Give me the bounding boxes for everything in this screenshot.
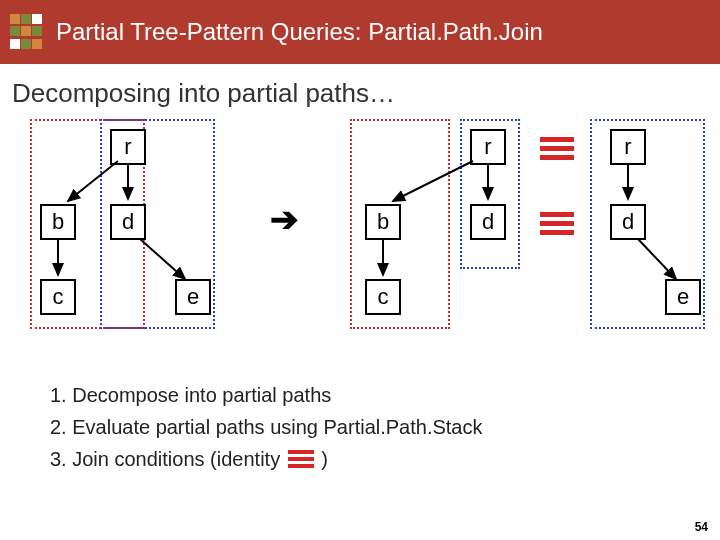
arrow-icon — [120, 161, 140, 206]
svg-line-3 — [140, 239, 185, 279]
page-number: 54 — [695, 520, 708, 534]
implies-icon: ➔ — [270, 199, 298, 239]
node-c: c — [40, 279, 76, 315]
join-equals-icon — [288, 450, 314, 471]
arrow-icon — [50, 237, 70, 282]
join-equals-icon — [540, 212, 574, 232]
arrow-icon — [480, 161, 500, 206]
step-3-close: ) — [321, 448, 328, 470]
logo-icon — [10, 14, 46, 50]
join-equals-icon — [540, 137, 574, 157]
title-bar: Partial Tree-Pattern Queries: Partial.Pa… — [0, 0, 720, 64]
page-title: Partial Tree-Pattern Queries: Partial.Pa… — [56, 18, 543, 46]
arrow-icon — [628, 229, 688, 289]
arrow-icon — [375, 237, 395, 282]
node-b: b — [365, 204, 401, 240]
arrow-icon — [620, 161, 640, 206]
arrow-icon — [130, 229, 200, 289]
step-3-text: 3. Join conditions (identity — [50, 448, 286, 470]
node-d: d — [470, 204, 506, 240]
step-2: 2. Evaluate partial paths using Partial.… — [50, 411, 680, 443]
arrow-icon — [58, 149, 128, 209]
svg-line-8 — [638, 239, 676, 279]
arrow-icon — [383, 149, 483, 209]
step-3: 3. Join conditions (identity ) — [50, 443, 680, 475]
decomposition-diagram: r b d c e ➔ r b d c r d e — [10, 119, 710, 369]
subtitle: Decomposing into partial paths… — [12, 78, 720, 109]
steps-list: 1. Decompose into partial paths 2. Evalu… — [50, 379, 680, 475]
svg-line-4 — [393, 161, 473, 201]
svg-line-0 — [68, 161, 118, 201]
step-1: 1. Decompose into partial paths — [50, 379, 680, 411]
node-b: b — [40, 204, 76, 240]
node-r: r — [610, 129, 646, 165]
node-c: c — [365, 279, 401, 315]
